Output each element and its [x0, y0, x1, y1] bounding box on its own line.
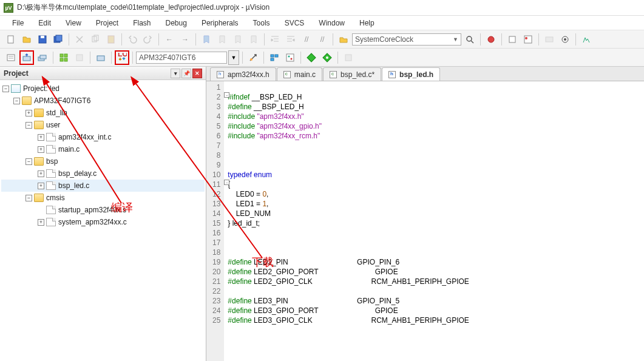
tree-file[interactable]: + bsp_delay.c [1, 167, 205, 180]
code-line[interactable]: LED_NUM [228, 209, 469, 218]
bookmark-prev-button[interactable] [215, 32, 229, 47]
code-body[interactable]: #ifndef __BSP_LED_H#define __BSP_LED_H#i… [224, 81, 473, 361]
download-button[interactable]: LOAD [115, 50, 129, 65]
tree-target[interactable]: − APM32F407IGT6 [1, 95, 205, 107]
breakpoint-button[interactable] [505, 32, 520, 47]
save-all-button[interactable] [51, 32, 66, 47]
code-line[interactable]: #define __BSP_LED_H [228, 102, 469, 112]
code-line[interactable]: typedef enum [228, 170, 469, 180]
code-line[interactable]: { [228, 180, 469, 189]
tree-file[interactable]: + bsp_led.c [1, 180, 205, 192]
menu-item-view[interactable]: View [59, 18, 87, 29]
menu-item-svcs[interactable]: SVCS [279, 18, 311, 29]
copy-button[interactable] [88, 32, 103, 47]
menu-item-flash[interactable]: Flash [127, 18, 157, 29]
tree-file[interactable]: startup_apm32f40x.s [1, 204, 205, 216]
paste-button[interactable] [104, 32, 118, 47]
stop-build-button[interactable] [72, 50, 87, 65]
editor-tab[interactable]: apm32f4xx.h [210, 67, 276, 81]
uncomment-button[interactable]: // [315, 32, 330, 47]
expand-icon[interactable]: + [25, 110, 32, 116]
tree-file[interactable]: + apm32f4xx_int.c [1, 131, 205, 143]
panel-close-button[interactable]: ✕ [192, 69, 202, 78]
menu-item-help[interactable]: Help [353, 18, 381, 29]
tree-file[interactable]: + system_apm32f4xx.c [1, 216, 205, 228]
menu-item-tools[interactable]: Tools [247, 18, 276, 29]
configure-button[interactable] [558, 32, 572, 47]
code-line[interactable]: #define LED2_GPIO_PORT GPIOE [228, 267, 469, 277]
code-line[interactable] [228, 150, 469, 160]
code-line[interactable]: LED1 = 1, [228, 199, 469, 209]
expand-icon[interactable]: − [13, 98, 20, 104]
editor-tab[interactable]: bsp_led.h [382, 67, 440, 81]
tree-group-cmsis[interactable]: − cmsis [1, 192, 205, 204]
quick-find-combo[interactable]: SystemCoreClock ▼ [352, 33, 461, 46]
code-line[interactable]: #define LED2_GPIO_CLK RCM_AHB1_PERIPH_GP… [228, 277, 469, 286]
expand-icon[interactable]: + [38, 170, 44, 177]
code-line[interactable]: #define LED3_GPIO_CLK RCM_AHB1_PERIPH_GP… [228, 315, 469, 325]
bookmark-clear-button[interactable] [246, 32, 261, 47]
file-extensions-button[interactable] [283, 50, 297, 65]
indent-button[interactable] [268, 32, 282, 47]
cut-button[interactable] [72, 32, 87, 47]
code-line[interactable]: #define LED3_GPIO_PORT GPIOE [228, 306, 469, 315]
find-in-files-button[interactable] [463, 32, 477, 47]
code-line[interactable] [228, 141, 469, 150]
code-line[interactable] [228, 83, 469, 92]
menu-item-project[interactable]: Project [90, 18, 124, 29]
panel-dropdown-button[interactable]: ▾ [171, 69, 180, 78]
batch-build-button[interactable] [56, 50, 71, 65]
code-line[interactable] [228, 228, 469, 238]
code-line[interactable]: LED0 = 0, [228, 189, 469, 199]
redo-button[interactable] [141, 32, 155, 47]
tree-file[interactable]: + main.c [1, 143, 205, 155]
code-line[interactable]: #include "apm32f4xx_rcm.h" [228, 131, 469, 141]
target-select[interactable]: APM32F407IGT6 [136, 52, 227, 64]
menu-item-file[interactable]: File [6, 18, 30, 29]
open-file-button[interactable] [19, 32, 34, 47]
save-button[interactable] [35, 32, 50, 47]
breakpoint-window-button[interactable] [521, 32, 535, 47]
expand-icon[interactable]: + [38, 146, 44, 153]
target-dropdown-button[interactable]: ▼ [228, 50, 239, 65]
bookmark-next-button[interactable] [231, 32, 245, 47]
pack-installer-button[interactable] [341, 50, 356, 65]
comment-button[interactable]: // [299, 32, 314, 47]
editor-tab[interactable]: main.c [277, 67, 322, 81]
panel-pin-button[interactable]: 📌 [181, 69, 191, 78]
undo-button[interactable] [125, 32, 140, 47]
bookmark-button[interactable] [199, 32, 214, 47]
project-tree[interactable]: − Project: led − APM32F407IGT6 + std_lib… [0, 80, 206, 361]
code-line[interactable]: #include "apm32f4xx.h" [228, 112, 469, 121]
code-line[interactable] [228, 238, 469, 248]
code-line[interactable]: } led_id_t; [228, 218, 469, 228]
code-editor[interactable]: 12-34567891011-1213141516171819202122232… [206, 81, 644, 361]
menu-item-debug[interactable]: Debug [160, 18, 193, 29]
expand-icon[interactable]: − [25, 158, 32, 165]
unindent-button[interactable] [283, 32, 298, 47]
nav-forward-button[interactable]: → [178, 32, 192, 47]
expand-icon[interactable]: − [2, 86, 9, 92]
manage-rte-button[interactable] [304, 50, 319, 65]
find-icon[interactable] [336, 32, 351, 47]
code-line[interactable] [228, 160, 469, 170]
build-button[interactable] [19, 50, 34, 65]
tools-button-1[interactable] [542, 32, 557, 47]
tools-button-2[interactable] [579, 32, 594, 47]
menu-item-window[interactable]: Window [313, 18, 351, 29]
code-line[interactable] [228, 286, 469, 296]
expand-icon[interactable]: + [38, 219, 44, 226]
code-line[interactable]: #define LED2_PIN GPIO_PIN_6 [228, 257, 469, 267]
debug-button[interactable] [484, 32, 498, 47]
expand-icon[interactable]: + [38, 183, 44, 189]
expand-icon[interactable]: − [25, 195, 32, 201]
expand-icon[interactable]: + [38, 134, 44, 141]
manage-project-button[interactable] [267, 50, 282, 65]
code-line[interactable]: #include "apm32f4xx_gpio.h" [228, 121, 469, 131]
tree-group-user[interactable]: − user [1, 119, 205, 131]
menu-item-edit[interactable]: Edit [32, 18, 57, 29]
translate-button[interactable] [4, 50, 18, 65]
rebuild-button[interactable] [35, 50, 50, 65]
tree-group-stdlib[interactable]: + std_lib [1, 107, 205, 119]
select-packs-button[interactable] [320, 50, 334, 65]
